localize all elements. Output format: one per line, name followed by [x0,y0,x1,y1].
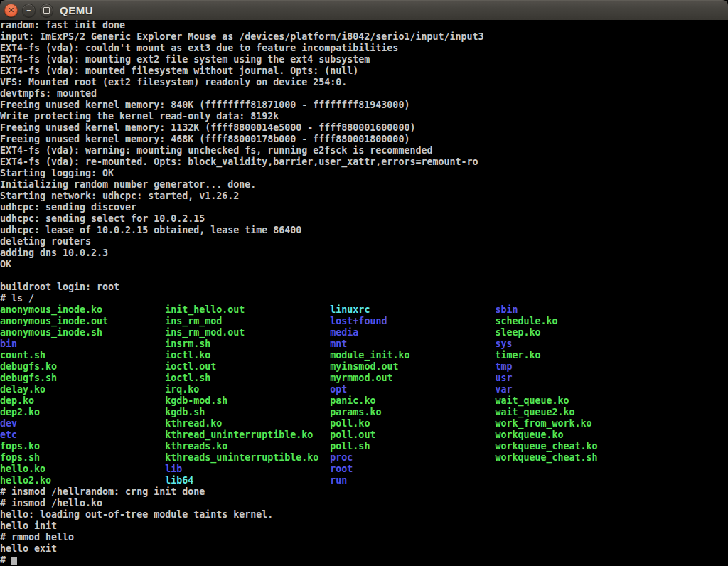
file-entry: tmp [496,361,513,372]
file-entry: kgdb-mod.sh [165,395,228,406]
qemu-window: ✕ − QEMU random: fast init doneinput: Im… [0,0,728,566]
file-entry: myinsmod.out [330,361,398,372]
file-entry: debugfs.sh [0,373,57,383]
terminal-line: hello exit [0,543,728,555]
terminal-line: devtmpfs: mounted [0,88,728,100]
file-entry: init_hello.out [165,304,245,315]
window-titlebar[interactable]: ✕ − QEMU [0,0,728,20]
terminal-line: # insmod /hello.ko [0,498,728,509]
file-entry: mnt [330,338,347,349]
file-entry: panic.ko [330,395,375,406]
file-entry: media [330,327,358,338]
file-entry: workqueue_cheat.ko [496,441,598,452]
terminal-line: # ls / [0,293,728,304]
file-entry: delay.ko [0,384,46,395]
file-entry: anonymous_inode.sh [0,327,102,338]
terminal-line: dev kthread.ko poll.ko work_from_work.ko [0,418,728,429]
terminal-line: # [0,555,728,566]
terminal-line: anonymous_inode.ko init_hello.out linuxr… [0,304,728,316]
file-entry: hello.ko [0,464,46,474]
file-entry: bin [0,338,17,349]
file-entry: root [330,464,353,474]
terminal-line: VFS: Mounted root (ext2 filesystem) read… [0,77,728,88]
file-entry: usr [496,373,513,383]
close-icon: ✕ [8,6,14,14]
file-entry: dep.ko [0,395,34,406]
terminal-line [0,270,728,282]
file-entry: debugfs.ko [0,361,57,372]
terminal-line: EXT4-fs (vda): mounting ext2 file system… [0,54,728,65]
file-entry: anonymous_inode.out [0,316,108,326]
file-entry: opt [330,384,347,395]
terminal-line: # rmmod hello [0,532,728,543]
file-entry: linuxrc [330,304,370,315]
file-entry: schedule.ko [496,316,558,326]
terminal-line: Freeing unused kernel memory: 840K (ffff… [0,100,728,111]
file-entry: count.sh [0,350,46,361]
file-entry: workqueue_cheat.sh [496,452,598,463]
maximize-icon [43,7,50,14]
file-entry: sbin [496,304,518,315]
file-entry: ioctl.out [165,361,216,372]
file-entry: lost+found [330,316,387,326]
terminal-line: bin insrm.sh mnt sys [0,338,728,350]
terminal-line: random: fast init done [0,20,728,31]
terminal-screen[interactable]: random: fast init doneinput: ImExPS/2 Ge… [0,20,728,566]
terminal-line: dep2.ko kgdb.sh params.ko wait_queue2.ko [0,407,728,418]
terminal-line: input: ImExPS/2 Generic Explorer Mouse a… [0,31,728,43]
file-entry: ins_rm_mod.out [165,327,245,338]
terminal-line: udhcpc: sending discover [0,202,728,213]
file-entry: ioctl.ko [165,350,210,361]
terminal-line: etc kthread_uninterruptible.ko poll.out … [0,429,728,441]
minimize-icon: − [27,7,31,14]
terminal-line: delay.ko irq.ko opt var [0,384,728,395]
terminal-line: Starting logging: OK [0,168,728,179]
file-entry: kgdb.sh [165,407,205,417]
terminal-line: Write protecting the kernel read-only da… [0,111,728,122]
maximize-button[interactable] [40,4,53,17]
file-entry: ins_rm_mod [165,316,222,326]
terminal-line: hello2.ko lib64 run [0,475,728,486]
minimize-button[interactable]: − [22,4,36,17]
terminal-line: udhcpc: lease of 10.0.2.15 obtained, lea… [0,225,728,236]
file-entry: myrmmod.out [330,373,392,383]
file-entry: fops.ko [0,441,40,452]
file-entry: kthread_uninterruptible.ko [165,429,313,440]
terminal-line: debugfs.ko ioctl.out myinsmod.out tmp [0,361,728,373]
terminal-line: buildroot login: root [0,282,728,293]
terminal-line: fops.sh kthreads_uninterruptible.ko proc… [0,452,728,464]
file-entry: poll.sh [330,441,370,452]
terminal-line: EXT4-fs (vda): warning: mounting uncheck… [0,145,728,156]
file-entry: sleep.ko [496,327,541,338]
file-entry: dev [0,418,17,429]
file-entry: wait_queue.ko [496,395,569,406]
file-entry: lib [165,464,182,474]
terminal-line: Freeing unused kernel memory: 468K (ffff… [0,134,728,145]
terminal-line: dep.ko kgdb-mod.sh panic.ko wait_queue.k… [0,395,728,407]
file-entry: proc [330,452,353,463]
file-entry: lib64 [165,475,193,486]
file-entry: run [330,475,347,486]
terminal-line: udhcpc: sending select for 10.0.2.15 [0,213,728,225]
file-entry: work_from_work.ko [496,418,592,429]
file-entry: params.ko [330,407,381,417]
file-entry: poll.out [330,429,375,440]
file-entry: hello2.ko [0,475,51,486]
file-entry: irq.ko [165,384,199,395]
file-entry: timer.ko [496,350,541,361]
terminal-line: hello: loading out-of-tree module taints… [0,509,728,520]
shell-prompt: # [0,555,11,565]
file-entry: poll.ko [330,418,370,429]
terminal-line: deleting routers [0,236,728,247]
close-button[interactable]: ✕ [4,4,18,17]
file-entry: wait_queue2.ko [496,407,575,417]
terminal-line: EXT4-fs (vda): couldn't mount as ext3 du… [0,43,728,54]
terminal-line: EXT4-fs (vda): re-mounted. Opts: block_v… [0,156,728,168]
terminal-line: count.sh ioctl.ko module_init.ko timer.k… [0,350,728,361]
file-entry: var [496,384,513,395]
terminal-line: EXT4-fs (vda): mounted filesystem withou… [0,65,728,77]
file-entry: kthreads.ko [165,441,228,452]
terminal-line: debugfs.sh ioctl.sh myrmmod.out usr [0,373,728,384]
terminal-line: fops.ko kthreads.ko poll.sh workqueue_ch… [0,441,728,452]
file-entry: ioctl.sh [165,373,210,383]
